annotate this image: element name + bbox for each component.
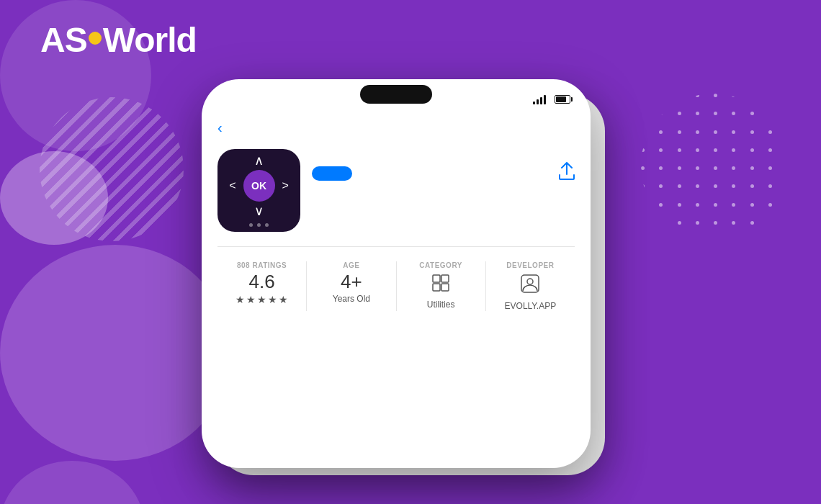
signal-bar-3 <box>540 97 542 104</box>
logo-text-world: World <box>103 20 197 60</box>
share-button[interactable] <box>559 162 575 185</box>
svg-point-5 <box>527 279 533 284</box>
stat-age: AGE 4+ Years Old <box>307 261 396 311</box>
category-icon <box>431 274 450 297</box>
phone-wrapper: ➤ ‹ <box>202 79 619 490</box>
remote-dot-3 <box>265 223 269 227</box>
app-actions <box>312 162 575 185</box>
stat-category-label: CATEGORY <box>419 261 462 269</box>
nav-back-button[interactable]: ‹ <box>202 115 591 143</box>
app-icon: ∧ < OK > ∨ <box>217 149 300 232</box>
svg-rect-0 <box>433 275 440 282</box>
remote-right-arrow: > <box>282 179 289 192</box>
remote-left-arrow: < <box>229 179 235 192</box>
remote-up-arrow: ∧ <box>254 154 264 167</box>
bg-blob-bottom-right <box>0 461 144 504</box>
developer-icon <box>520 274 540 298</box>
bg-blob-left-stripe <box>40 97 184 241</box>
battery-fill <box>556 96 566 102</box>
star-2: ★ <box>246 294 256 305</box>
get-button[interactable] <box>312 166 352 181</box>
logo: AS World <box>40 20 197 60</box>
svg-rect-1 <box>441 275 449 282</box>
svg-rect-2 <box>433 284 440 291</box>
dots-pattern: // Generate dots const dp = document.que… <box>641 94 785 238</box>
remote-middle: < OK > <box>229 170 289 202</box>
remote-icon-body: ∧ < OK > ∨ <box>229 154 289 227</box>
stat-age-value: 4+ <box>341 272 362 291</box>
chevron-left-icon: ‹ <box>217 120 223 136</box>
logo-dot <box>89 32 102 45</box>
star-half: ★ <box>279 294 288 305</box>
signal-bar-4 <box>544 95 546 104</box>
stat-ratings-label: 808 RATINGS <box>237 261 287 269</box>
stat-category: CATEGORY Utilities <box>397 261 486 311</box>
stat-category-value: Utilities <box>427 300 455 310</box>
star-3: ★ <box>257 294 266 305</box>
app-header: ∧ < OK > ∨ <box>202 143 591 243</box>
stat-age-label: AGE <box>343 261 359 269</box>
remote-ok-button: OK <box>243 170 275 202</box>
stat-developer-value: EVOLLY.APP <box>505 301 557 311</box>
dynamic-island <box>360 85 432 104</box>
remote-dot-1 <box>249 223 253 227</box>
stat-ratings: 808 RATINGS 4.6 ★ ★ ★ ★ ★ <box>217 261 307 311</box>
divider <box>217 246 575 247</box>
stats-row: 808 RATINGS 4.6 ★ ★ ★ ★ ★ AGE 4+ Years O… <box>202 250 591 317</box>
stat-ratings-value: 4.6 <box>249 272 275 291</box>
remote-dots <box>249 223 269 227</box>
logo-text: AS <box>40 20 87 60</box>
star-4: ★ <box>268 294 277 305</box>
signal-bar-1 <box>533 102 535 104</box>
svg-rect-3 <box>441 284 449 291</box>
remote-down-arrow: ∨ <box>254 204 264 217</box>
star-rating: ★ ★ ★ ★ ★ <box>235 294 288 305</box>
stat-age-sub: Years Old <box>333 294 370 304</box>
bg-blob-right-large <box>0 245 230 461</box>
remote-dot-2 <box>257 223 261 227</box>
status-icons <box>533 94 570 104</box>
signal-bar-2 <box>537 99 539 104</box>
svg-rect-4 <box>521 275 539 292</box>
phone: ➤ ‹ <box>202 79 591 468</box>
app-info <box>312 149 575 185</box>
stat-developer-label: DEVELOPER <box>506 261 554 269</box>
signal-bars <box>533 94 546 104</box>
battery-icon <box>555 95 570 104</box>
stat-developer: DEVELOPER EVOLLY.APP <box>486 261 575 311</box>
star-1: ★ <box>235 294 245 305</box>
